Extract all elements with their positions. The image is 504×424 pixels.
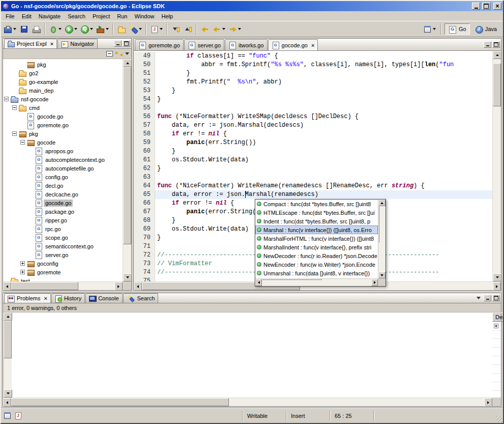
tree-vscrollbar[interactable] — [123, 59, 131, 281]
collapse-all-button[interactable] — [106, 51, 113, 56]
minimize-window-button[interactable] — [472, 3, 480, 10]
autocomplete-item[interactable]: NewEncoder : func(w io.Writer) *json.Enc… — [255, 260, 378, 269]
autocomplete-hscrollbar[interactable] — [255, 278, 378, 286]
close-icon[interactable] — [311, 42, 314, 48]
editor-tab-server.go[interactable]: server.go — [184, 39, 224, 50]
scroll-track[interactable] — [378, 206, 386, 272]
dropdown-arrow-icon[interactable] — [106, 28, 109, 30]
scroll-track[interactable] — [11, 282, 114, 290]
menu-navigate[interactable]: Navigate — [35, 12, 64, 20]
close-icon[interactable] — [44, 295, 47, 301]
tree-item-go2[interactable]: go2 — [3, 69, 123, 77]
menu-edit[interactable]: Edit — [18, 12, 35, 20]
tab-problems[interactable]: Problems — [4, 293, 51, 303]
dropdown-arrow-icon[interactable] — [90, 28, 93, 30]
line-number[interactable]: 73 — [134, 260, 155, 268]
code-line-49[interactable]: 49 if classes[i] == "func" { — [134, 52, 492, 61]
open-perspective-button[interactable] — [422, 23, 437, 35]
code-line-60[interactable]: 60 } — [134, 147, 492, 156]
debug-button[interactable] — [47, 23, 63, 35]
resize-grip[interactable] — [496, 416, 502, 422]
scroll-track[interactable] — [123, 67, 131, 273]
new-java-element-button[interactable] — [149, 23, 164, 35]
expand-icon[interactable] — [20, 270, 25, 274]
column-header-description[interactable]: Description — [492, 313, 504, 322]
problems-hscrollbar[interactable] — [3, 398, 492, 406]
menu-window[interactable]: Window — [131, 12, 158, 20]
tree-item-goremote.go[interactable]: goremote.go — [3, 121, 123, 129]
menu-run[interactable]: Run — [113, 12, 131, 20]
scroll-down-button[interactable] — [4, 389, 12, 398]
autocomplete-item[interactable]: Marshal : func(v interface{}) ([]uint8, … — [255, 225, 378, 234]
minimize-editor-button[interactable] — [484, 41, 491, 48]
line-number[interactable]: 55 — [134, 104, 155, 112]
perspective-go-button[interactable]: Go — [444, 23, 470, 35]
maximize-editor-button[interactable] — [492, 41, 500, 48]
scroll-left-button[interactable] — [255, 279, 262, 286]
scroll-track[interactable] — [262, 279, 371, 286]
tree-item-semanticcontext.go[interactable]: semanticcontext.go — [3, 242, 123, 250]
back-button[interactable] — [211, 23, 227, 35]
tree-item-autocompletecontext.go[interactable]: autocompletecontext.go — [3, 155, 123, 164]
tree-item-test[interactable]: test — [3, 276, 123, 281]
maximize-view-button[interactable] — [492, 295, 500, 301]
line-number[interactable]: 58 — [134, 130, 155, 138]
scroll-thumb[interactable] — [378, 206, 379, 242]
tree-item-rpc.go[interactable]: rpc.go — [3, 224, 123, 233]
link-with-editor-button[interactable] — [115, 51, 123, 57]
perspective-java-button[interactable]: Java — [471, 23, 500, 35]
run-button[interactable] — [63, 23, 79, 35]
code-line-57[interactable]: 57 data, err := json.Marshal(decldescs) — [134, 121, 492, 130]
tree-item-gocode[interactable]: gocode — [3, 138, 123, 147]
line-number[interactable]: 63 — [134, 173, 155, 182]
tree-item-cmd[interactable]: cmd — [3, 103, 123, 112]
line-number[interactable]: 72 — [134, 251, 155, 260]
scroll-up-button[interactable] — [4, 313, 12, 321]
scroll-thumb[interactable] — [11, 398, 229, 406]
autocomplete-item[interactable]: Unmarshal : func(data []uint8, v interfa… — [255, 269, 378, 277]
autocomplete-item[interactable]: Compact : func(dst *bytes.Buffer, src []… — [255, 200, 378, 208]
last-edit-location-button[interactable] — [199, 23, 211, 35]
dropdown-arrow-icon[interactable] — [160, 28, 163, 30]
expand-icon[interactable] — [20, 261, 25, 266]
line-number[interactable]: 68 — [134, 216, 155, 225]
next-annotation-button[interactable] — [169, 23, 182, 35]
editor-tab-itworks.go[interactable]: itworks.go — [225, 39, 268, 50]
tree-item-gocode.go[interactable]: gocode.go — [3, 112, 123, 121]
line-number[interactable]: 69 — [134, 225, 155, 234]
line-number[interactable]: 61 — [134, 156, 155, 164]
new-wizard-button[interactable] — [2, 23, 18, 35]
minimize-view-button[interactable] — [484, 295, 491, 301]
editor-tab-goremote.go[interactable]: goremote.go — [135, 39, 184, 50]
scroll-left-button[interactable] — [3, 398, 11, 407]
code-line-54[interactable]: 54} — [134, 95, 492, 104]
tab-history[interactable]: History — [51, 293, 85, 303]
autocomplete-item[interactable]: MarshalIndent : func(v interface{}, pref… — [255, 243, 378, 251]
scroll-thumb[interactable] — [493, 63, 501, 106]
line-number[interactable]: 50 — [134, 61, 155, 69]
save-button[interactable] — [18, 23, 30, 35]
scroll-right-button[interactable] — [371, 279, 378, 286]
line-number[interactable]: 65 — [134, 190, 155, 199]
tree-item-apropos.go[interactable]: apropos.go — [3, 147, 123, 155]
scroll-left-button[interactable] — [3, 282, 11, 291]
maximize-window-button[interactable] — [482, 3, 490, 10]
scroll-track[interactable] — [11, 398, 484, 406]
scroll-up-button[interactable] — [493, 51, 501, 59]
line-number[interactable]: 62 — [134, 164, 155, 173]
tree-item-goremote[interactable]: goremote — [3, 268, 123, 276]
code-line-55[interactable]: 55 — [134, 104, 492, 112]
table-row-errors[interactable]: Errors (1 item) — [492, 322, 501, 330]
line-number[interactable]: 66 — [134, 199, 155, 208]
tree-item-server.go[interactable]: server.go — [3, 250, 123, 259]
dropdown-arrow-icon[interactable] — [13, 28, 16, 30]
tree-item-config.go[interactable]: config.go — [3, 173, 123, 181]
java-fastview-button[interactable] — [14, 411, 22, 420]
line-number[interactable]: 70 — [134, 234, 155, 242]
maximize-view-button[interactable] — [123, 40, 130, 47]
code-line-61[interactable]: 61 os.Stdout.Write(data) — [134, 156, 492, 164]
autocomplete-vscrollbar[interactable] — [378, 200, 386, 278]
tree-item-package.go[interactable]: package.go — [3, 207, 123, 216]
code-line-53[interactable]: 53 } — [134, 87, 492, 95]
tree-item-declcache.go[interactable]: declcache.go — [3, 190, 123, 199]
